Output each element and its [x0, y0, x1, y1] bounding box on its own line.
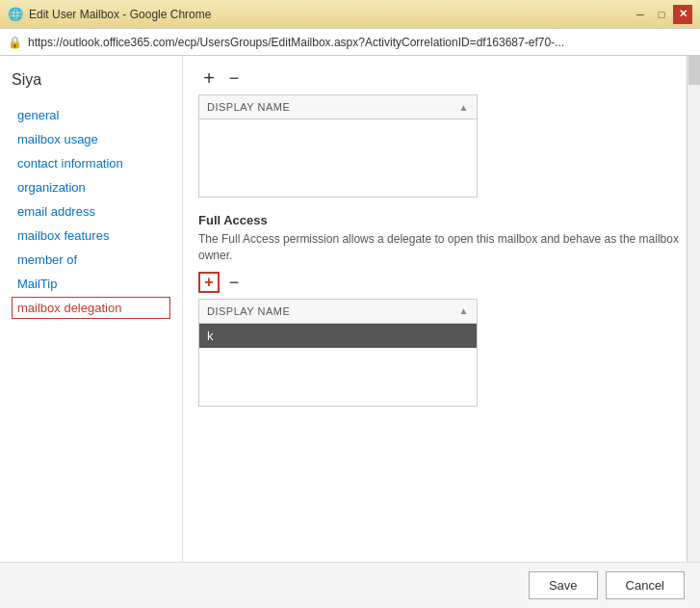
- send-as-remove-button[interactable]: −: [223, 67, 245, 89]
- minimize-button[interactable]: ─: [631, 5, 650, 24]
- sidebar-item-mailbox-usage[interactable]: mailbox usage: [12, 128, 170, 150]
- full-access-title: Full Access: [198, 213, 685, 227]
- send-as-display-name-label: DISPLAY NAME: [207, 101, 290, 113]
- sidebar-item-mailbox-features[interactable]: mailbox features: [12, 225, 170, 247]
- close-button[interactable]: ✕: [673, 5, 692, 24]
- send-as-empty: [199, 119, 477, 197]
- full-access-desc: The Full Access permission allows a dele…: [198, 231, 685, 264]
- scrollbar-thumb[interactable]: [688, 56, 700, 85]
- full-access-add-button[interactable]: +: [198, 272, 220, 293]
- full-access-column-header: DISPLAY NAME ▲: [199, 300, 477, 324]
- url-text: https://outlook.office365.com/ecp/UsersG…: [28, 36, 692, 49]
- title-bar-text: Edit User Mailbox - Google Chrome: [29, 8, 211, 21]
- sidebar: Siya general mailbox usage contact infor…: [0, 56, 183, 562]
- app-icon: 🌐: [8, 7, 23, 22]
- sidebar-item-mailbox-delegation[interactable]: mailbox delegation: [12, 297, 170, 319]
- send-as-toolbar: + −: [198, 67, 685, 89]
- title-bar-controls: ─ □ ✕: [631, 5, 692, 24]
- restore-button[interactable]: □: [652, 5, 671, 24]
- dialog-footer: Save Cancel: [0, 562, 700, 608]
- section-send-as: + − DISPLAY NAME ▲: [198, 67, 685, 198]
- sidebar-item-contact-information[interactable]: contact information: [12, 152, 170, 174]
- main-area: + − DISPLAY NAME ▲ Full Access The Full …: [183, 56, 700, 562]
- sidebar-item-organization[interactable]: organization: [12, 176, 170, 198]
- section-full-access: Full Access The Full Access permission a…: [198, 213, 685, 407]
- scrollbar[interactable]: [687, 56, 700, 562]
- send-as-add-button[interactable]: +: [198, 67, 220, 89]
- full-access-toolbar: + −: [198, 272, 685, 293]
- full-access-list-padding: [199, 348, 477, 406]
- send-as-column-header: DISPLAY NAME ▲: [199, 95, 477, 119]
- address-bar: 🔒 https://outlook.office365.com/ecp/User…: [0, 29, 700, 56]
- send-as-sort-arrow[interactable]: ▲: [459, 102, 469, 113]
- full-access-display-name-label: DISPLAY NAME: [207, 305, 290, 317]
- sidebar-item-general[interactable]: general: [12, 104, 170, 126]
- full-access-list: DISPLAY NAME ▲ k: [198, 299, 478, 407]
- full-access-sort-arrow[interactable]: ▲: [459, 305, 469, 316]
- sidebar-title: Siya: [12, 71, 170, 89]
- full-access-remove-button[interactable]: −: [223, 272, 245, 293]
- save-button[interactable]: Save: [529, 571, 598, 599]
- lock-icon: 🔒: [8, 36, 22, 49]
- sidebar-item-mailtip[interactable]: MailTip: [12, 273, 170, 295]
- full-access-list-body: k: [199, 324, 477, 406]
- dialog: Siya general mailbox usage contact infor…: [0, 56, 700, 608]
- dialog-content: Siya general mailbox usage contact infor…: [0, 56, 700, 562]
- cancel-button[interactable]: Cancel: [606, 571, 685, 599]
- title-bar: 🌐 Edit User Mailbox - Google Chrome ─ □ …: [0, 0, 700, 29]
- list-item[interactable]: k: [199, 324, 477, 348]
- send-as-list: DISPLAY NAME ▲: [198, 94, 478, 198]
- sidebar-item-email-address[interactable]: email address: [12, 200, 170, 223]
- title-bar-left: 🌐 Edit User Mailbox - Google Chrome: [8, 7, 211, 22]
- sidebar-item-member-of[interactable]: member of: [12, 249, 170, 271]
- send-as-list-body: [199, 119, 477, 197]
